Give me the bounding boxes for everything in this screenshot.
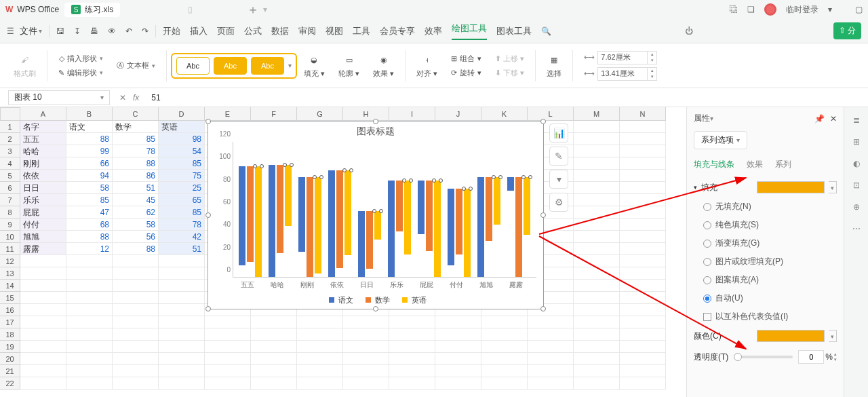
preview-icon[interactable]: 👁 [108, 26, 116, 36]
bar[interactable] [448, 189, 454, 265]
cell[interactable] [435, 316, 481, 328]
resize-handle[interactable] [540, 306, 546, 311]
cell[interactable] [620, 243, 666, 255]
cell[interactable] [66, 341, 113, 353]
cell[interactable] [620, 341, 666, 353]
tab-series[interactable]: 系列 [775, 159, 791, 170]
cell[interactable] [113, 280, 159, 292]
chart-settings-button[interactable]: ⚙ [549, 193, 568, 212]
tab-effect[interactable]: 效果 [747, 159, 763, 170]
cell[interactable]: 哈哈 [20, 145, 66, 157]
width-input-row[interactable]: ⟷ ▴▾ [584, 51, 657, 64]
cell[interactable] [528, 328, 574, 341]
menu-开始[interactable]: 开始 [163, 25, 180, 37]
legend-item[interactable]: 语文 [325, 296, 353, 304]
style-preset-3[interactable]: Abc [251, 57, 284, 75]
bar[interactable] [277, 165, 283, 253]
row-header[interactable]: 1 [0, 121, 20, 133]
cell[interactable] [620, 219, 666, 231]
cell[interactable] [620, 255, 666, 267]
cell[interactable] [343, 353, 389, 365]
cell[interactable] [574, 157, 620, 170]
menu-效率[interactable]: 效率 [425, 25, 442, 37]
fill-pattern-radio[interactable]: 图案填充(A) [694, 271, 837, 289]
chart-filter-button[interactable]: ▾ [549, 170, 568, 189]
cell[interactable]: 12 [66, 243, 113, 255]
cell[interactable] [205, 328, 251, 341]
bar[interactable] [269, 165, 275, 277]
tab-fill-line[interactable]: 填充与线条 [694, 159, 734, 170]
row-header[interactable]: 3 [0, 145, 20, 157]
row-header[interactable]: 15 [0, 292, 20, 304]
bar[interactable] [239, 166, 245, 266]
save-icon[interactable]: 🖫 [56, 26, 64, 36]
col-header[interactable]: B [66, 107, 113, 121]
cell[interactable]: 62 [113, 206, 159, 219]
cell[interactable] [389, 353, 435, 365]
menu-工具[interactable]: 工具 [353, 25, 370, 37]
cell[interactable] [20, 292, 66, 304]
cell[interactable]: 88 [113, 157, 159, 170]
cell[interactable] [620, 280, 666, 292]
cell[interactable] [620, 182, 666, 194]
cell[interactable] [620, 157, 666, 170]
cell[interactable] [574, 292, 620, 304]
cell[interactable] [113, 267, 159, 280]
cell[interactable] [205, 353, 251, 365]
cell[interactable] [574, 365, 620, 377]
cell[interactable] [620, 304, 666, 316]
cell[interactable]: 依依 [20, 170, 66, 182]
row-header[interactable]: 12 [0, 255, 20, 267]
window-icon-1[interactable]: ⿻ [730, 5, 738, 14]
cell[interactable] [297, 341, 343, 353]
cell[interactable] [113, 292, 159, 304]
row-header[interactable]: 2 [0, 133, 20, 145]
cell[interactable] [251, 328, 297, 341]
cell[interactable] [620, 206, 666, 219]
row-header[interactable]: 17 [0, 316, 20, 328]
menu-公式[interactable]: 公式 [244, 25, 262, 37]
col-header[interactable]: F [251, 107, 297, 121]
cell[interactable] [159, 365, 205, 377]
cell[interactable]: 旭旭 [20, 231, 66, 243]
file-menu[interactable]: 文件 [20, 25, 37, 37]
col-header[interactable]: K [481, 107, 528, 121]
chart-style-button[interactable]: ✎ [549, 147, 568, 166]
opacity-slider[interactable] [734, 356, 793, 358]
bar[interactable] [247, 166, 254, 263]
cell[interactable] [20, 280, 66, 292]
menu-会员专享[interactable]: 会员专享 [380, 25, 415, 37]
cell[interactable]: 日日 [20, 182, 66, 194]
name-box[interactable]: 图表 10▾ [8, 90, 110, 105]
bar[interactable] [366, 211, 373, 269]
cell[interactable] [528, 353, 574, 365]
cell[interactable]: 五五 [20, 133, 66, 145]
rail-icon-6[interactable]: ⋯ [852, 224, 861, 233]
cell[interactable] [159, 255, 205, 267]
cell[interactable]: 78 [113, 145, 159, 157]
cell[interactable] [620, 194, 666, 206]
cell[interactable] [20, 316, 66, 328]
bar[interactable] [396, 181, 403, 231]
cell[interactable] [297, 316, 343, 328]
col-header[interactable]: C [113, 107, 159, 121]
cell[interactable]: 86 [113, 170, 159, 182]
cell[interactable]: 屁屁 [20, 206, 66, 219]
resize-handle[interactable] [540, 119, 546, 124]
cell[interactable] [574, 255, 620, 267]
cell[interactable] [159, 304, 205, 316]
cell[interactable]: 语文 [66, 121, 113, 133]
cell[interactable] [159, 280, 205, 292]
menu-审阅[interactable]: 审阅 [298, 25, 316, 37]
cell[interactable] [251, 341, 297, 353]
bar[interactable] [315, 177, 321, 273]
shape-style-gallery[interactable]: Abc Abc Abc ▾ [171, 53, 297, 79]
cell[interactable] [574, 243, 620, 255]
fill-none-radio[interactable]: 无填充(N) [694, 197, 837, 216]
cell[interactable] [620, 231, 666, 243]
cell[interactable] [66, 255, 113, 267]
tab-menu-icon[interactable]: ▾ [263, 5, 267, 14]
cell[interactable] [113, 353, 159, 365]
resize-handle[interactable] [540, 212, 546, 218]
select-button[interactable]: ▦ 选择 [540, 52, 568, 79]
